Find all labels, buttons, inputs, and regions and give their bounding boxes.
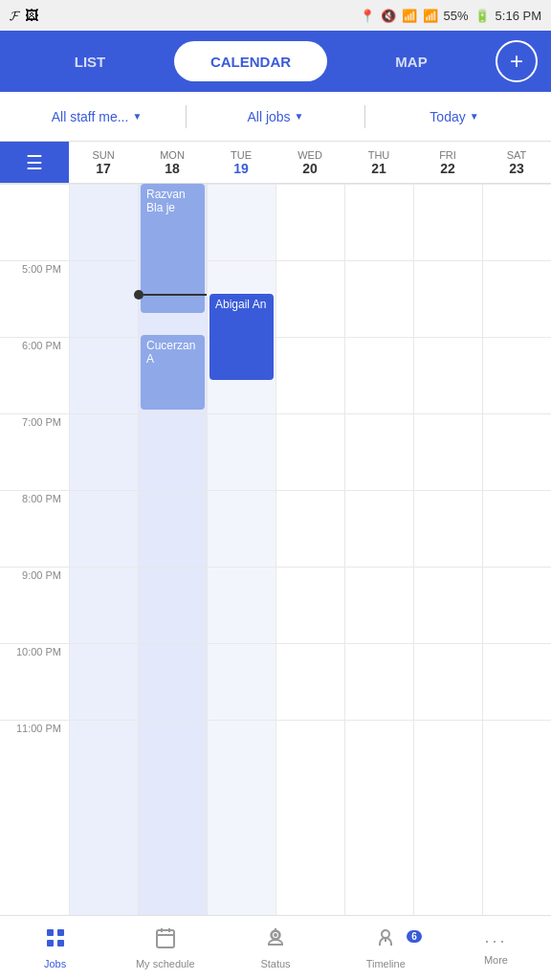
header-sun: SUN 17 xyxy=(69,142,138,183)
time-slot-pre xyxy=(0,184,69,260)
nav-jobs[interactable]: Jobs xyxy=(0,926,110,969)
wifi-icon: 📶 xyxy=(402,9,417,23)
filter-bar: All staff me... ▼ All jobs ▼ Today ▼ xyxy=(0,92,551,142)
header-sat: SAT 23 xyxy=(482,142,551,183)
svg-point-12 xyxy=(382,930,389,938)
nav-my-schedule[interactable]: My schedule xyxy=(110,926,220,969)
header-fri: FRI 22 xyxy=(413,142,482,183)
svg-rect-4 xyxy=(157,930,174,947)
calendar-grid: 5:00 PM 6:00 PM 7:00 PM 8:00 PM 9:00 PM … xyxy=(0,184,551,915)
time-8pm: 8:00 PM xyxy=(0,490,69,567)
days-columns: Razvan Bla je Cucerzan A xyxy=(69,184,551,915)
signal-icon: 📶 xyxy=(423,9,438,23)
event-abigail[interactable]: Abigail An xyxy=(209,294,274,380)
day-col-sun xyxy=(69,184,138,915)
time-bar xyxy=(143,294,207,296)
chevron-jobs: ▼ xyxy=(295,111,304,122)
timeline-label: Timeline xyxy=(366,958,406,969)
header-tue: TUE 19 xyxy=(207,142,276,183)
bottom-nav: Jobs My schedule Status 6 xyxy=(0,915,551,980)
time-11pm: 11:00 PM xyxy=(0,720,69,796)
sidebar-toggle[interactable]: ☰ xyxy=(0,142,69,183)
tab-list[interactable]: LIST xyxy=(13,41,166,81)
svg-rect-3 xyxy=(57,940,64,947)
sound-icon: 🔇 xyxy=(381,9,396,23)
battery-icon: 🔋 xyxy=(474,9,490,23)
filter-staff[interactable]: All staff me... ▼ xyxy=(8,109,186,124)
calendar-header: ☰ SUN 17 MON 18 TUE 19 WED 20 THU 21 FRI… xyxy=(0,142,551,184)
filter-date[interactable]: Today ▼ xyxy=(365,109,543,124)
time-dot xyxy=(134,290,143,300)
current-time-line xyxy=(139,294,207,296)
jobs-label: Jobs xyxy=(44,958,66,969)
filter-jobs[interactable]: All jobs ▼ xyxy=(187,109,364,124)
my-schedule-icon xyxy=(154,926,177,955)
header-thu: THU 21 xyxy=(344,142,413,183)
app-icon-1: 𝓕 xyxy=(10,8,19,24)
nav-status[interactable]: Status xyxy=(220,926,330,969)
top-nav: LIST CALENDAR MAP + xyxy=(0,31,551,92)
header-mon: MON 18 xyxy=(138,142,207,183)
tab-map[interactable]: MAP xyxy=(335,41,488,81)
add-button[interactable]: + xyxy=(496,40,538,82)
tab-calendar[interactable]: CALENDAR xyxy=(174,41,327,81)
time: 5:16 PM xyxy=(496,9,541,23)
my-schedule-label: My schedule xyxy=(136,958,195,969)
nav-timeline[interactable]: 6 Timeline xyxy=(331,926,441,969)
status-label: Status xyxy=(260,958,290,969)
time-5pm: 5:00 PM xyxy=(0,260,69,337)
time-9pm: 9:00 PM xyxy=(0,567,69,643)
time-10pm: 10:00 PM xyxy=(0,643,69,720)
chevron-staff: ▼ xyxy=(132,111,142,122)
header-wed: WED 20 xyxy=(276,142,344,183)
more-label: More xyxy=(484,954,508,966)
day-col-mon: Razvan Bla je Cucerzan A xyxy=(138,184,207,915)
status-right: 📍 🔇 📶 📶 55% 🔋 5:16 PM xyxy=(360,9,541,23)
timeline-badge: 6 xyxy=(407,930,422,943)
day-col-sat xyxy=(482,184,551,915)
day-col-tue: Abigail An xyxy=(207,184,276,915)
timeline-icon xyxy=(374,926,397,955)
time-column: 5:00 PM 6:00 PM 7:00 PM 8:00 PM 9:00 PM … xyxy=(0,184,69,915)
nav-more[interactable]: ··· More xyxy=(441,931,551,966)
jobs-icon xyxy=(44,926,67,955)
day-col-wed xyxy=(276,184,344,915)
status-icons: 𝓕 🖼 xyxy=(10,8,38,24)
svg-point-9 xyxy=(275,934,276,936)
event-cucerzan[interactable]: Cucerzan A xyxy=(141,335,205,410)
chevron-date: ▼ xyxy=(470,111,479,122)
hamburger-icon: ☰ xyxy=(26,151,43,174)
time-7pm: 7:00 PM xyxy=(0,413,69,490)
more-icon: ··· xyxy=(484,931,507,951)
status-bar: 𝓕 🖼 📍 🔇 📶 📶 55% 🔋 5:16 PM xyxy=(0,0,551,31)
day-col-thu xyxy=(344,184,413,915)
time-6pm: 6:00 PM xyxy=(0,337,69,413)
calendar-scroll: 5:00 PM 6:00 PM 7:00 PM 8:00 PM 9:00 PM … xyxy=(0,184,551,915)
day-col-fri xyxy=(413,184,482,915)
svg-rect-2 xyxy=(47,940,54,947)
status-icon xyxy=(264,926,287,955)
location-icon: 📍 xyxy=(360,9,375,23)
app-icon-2: 🖼 xyxy=(25,8,38,23)
svg-rect-1 xyxy=(57,929,64,936)
svg-rect-0 xyxy=(47,929,54,936)
battery-pct: 55% xyxy=(444,9,469,23)
